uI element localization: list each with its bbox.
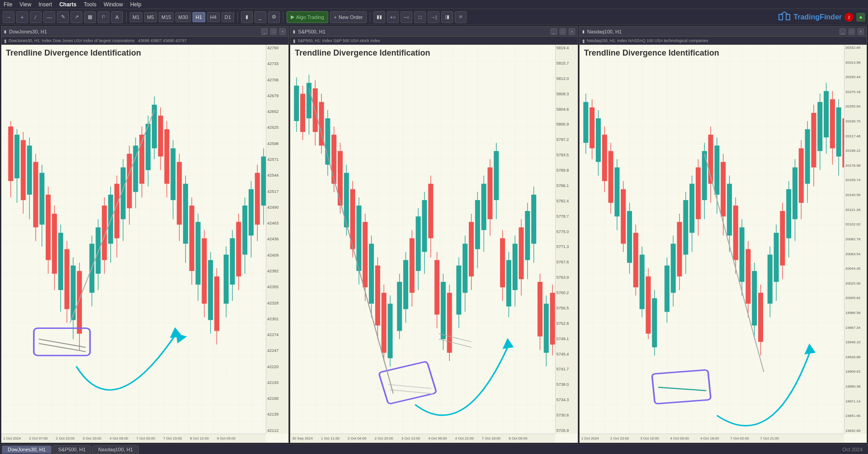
chart3-maximize-btn[interactable]: □: [849, 28, 855, 35]
tf-d1[interactable]: D1: [222, 12, 234, 22]
menu-tools[interactable]: Tools: [84, 1, 96, 8]
tool-pencil[interactable]: ✎: [57, 11, 69, 23]
svg-rect-206: [627, 211, 632, 263]
svg-rect-17: [39, 173, 44, 225]
tool-cursor[interactable]: →: [3, 11, 14, 23]
chart3-price-axis: 20332.66 20313.98 20295.44 20275.18 2025…: [844, 45, 867, 434]
svg-rect-88: [261, 156, 266, 206]
chart-props[interactable]: ⚙: [268, 11, 280, 23]
chart-candles-btn[interactable]: ▮▮: [373, 11, 385, 23]
svg-rect-126: [382, 293, 387, 353]
svg-rect-143: [429, 184, 434, 239]
svg-rect-169: [506, 260, 511, 307]
chart2-close-btn[interactable]: ×: [569, 28, 575, 35]
status-indicator: ●: [856, 13, 865, 22]
tool-crosshair[interactable]: +: [16, 11, 28, 23]
chart-type-candle[interactable]: ▮: [241, 11, 253, 23]
toolbar: → + ∕ — ✎ ↗ ▦ ⚐ A M1 M5 M15 M30 H1 H4 D1…: [0, 9, 868, 25]
svg-rect-7: [8, 126, 13, 181]
svg-rect-149: [447, 293, 452, 353]
svg-rect-84: [249, 189, 254, 236]
svg-rect-248: [758, 293, 763, 342]
algo-trading-btn[interactable]: ▶ Algo Trading: [287, 11, 328, 23]
tab-sp500[interactable]: S&P500, H1: [52, 445, 92, 454]
tool-channel[interactable]: ▦: [84, 11, 96, 23]
svg-rect-242: [739, 227, 744, 282]
tool-line[interactable]: ∕: [30, 11, 42, 23]
chart2-overlay-title: Trendline Divergence Identification: [295, 48, 430, 58]
chart1-maximize-btn[interactable]: □: [270, 28, 277, 35]
status-date: Oct 2024: [842, 447, 866, 452]
svg-rect-112: [338, 151, 343, 206]
svg-rect-175: [525, 211, 530, 260]
sep4: [370, 12, 370, 22]
period-sep-btn[interactable]: |▮: [441, 11, 453, 23]
svg-rect-133: [397, 282, 402, 331]
menu-help[interactable]: Help: [130, 1, 142, 8]
svg-rect-272: [836, 108, 841, 157]
bottom-tabs: DowJones30, H1 S&P500, H1 Nasdaq100, H1 …: [0, 444, 868, 454]
tf-m5[interactable]: M5: [144, 12, 157, 22]
chart3-minimize-btn[interactable]: _: [840, 28, 846, 35]
svg-rect-124: [375, 266, 380, 326]
svg-rect-165: [494, 151, 499, 200]
tab-dowjones[interactable]: DowJones30, H1: [2, 445, 52, 454]
chart2-icon: ▮: [293, 29, 295, 34]
tf-m30[interactable]: M30: [175, 12, 190, 22]
svg-rect-15: [33, 162, 38, 227]
svg-rect-268: [824, 91, 829, 138]
logo-text: TradingFinder: [793, 13, 842, 21]
menu-bar: File View Insert Charts Tools Window Hel…: [0, 0, 868, 9]
svg-rect-13: [27, 145, 32, 195]
svg-rect-78: [230, 238, 235, 285]
svg-rect-118: [357, 206, 362, 271]
tf-h1[interactable]: H1: [193, 12, 205, 22]
svg-rect-62: [177, 162, 182, 225]
tab-nasdaq[interactable]: Nasdaq100, H1: [92, 445, 138, 454]
zoom-out-btn[interactable]: −○: [401, 11, 412, 23]
chart2-body[interactable]: Trendline Divergence Identification: [290, 45, 577, 443]
svg-rect-102: [307, 83, 311, 118]
menu-window[interactable]: Window: [104, 1, 123, 8]
chart-type-bar[interactable]: ⎯: [255, 11, 266, 23]
logo-container: TradingFinder 2 ●: [778, 11, 865, 23]
grid-btn[interactable]: □: [414, 11, 426, 23]
tf-m15[interactable]: M15: [159, 12, 174, 22]
svg-rect-98: [294, 86, 299, 121]
tool-trendline[interactable]: ↗: [71, 11, 82, 23]
chart1-info-bar: ▮ DowJones30, H1: Index Dow Jones USA in…: [1, 37, 288, 45]
tool-pitchfork[interactable]: ⚐: [98, 11, 109, 23]
chart2-minimize-btn[interactable]: _: [551, 28, 557, 35]
chart2-svg: [290, 45, 577, 443]
chart2-maximize-btn[interactable]: □: [560, 28, 566, 35]
chart3-body[interactable]: Trendline Divergence Identification: [580, 45, 867, 443]
zoom-in-btn[interactable]: +○: [387, 11, 399, 23]
menu-view[interactable]: View: [19, 1, 31, 8]
new-order-btn[interactable]: + New Order: [330, 11, 367, 23]
svg-rect-224: [683, 200, 688, 255]
menu-charts[interactable]: Charts: [59, 1, 76, 8]
notification-badge[interactable]: 2: [844, 13, 854, 22]
svg-rect-161: [481, 184, 486, 230]
chart-window-nasdaq: ▮ Nasdaq100, H1 _ □ × ▮ Nasdaq100, H1: I…: [579, 26, 867, 443]
tool-text[interactable]: A: [111, 11, 123, 23]
tf-h4[interactable]: H4: [207, 12, 220, 22]
chart3-close-btn[interactable]: ×: [858, 28, 864, 35]
tf-m1[interactable]: M1: [130, 12, 142, 22]
chart1-minimize-btn[interactable]: _: [261, 28, 268, 35]
chart3-symbol-icon: ▮: [582, 38, 585, 43]
menu-insert[interactable]: Insert: [38, 1, 52, 8]
svg-rect-70: [202, 238, 207, 304]
svg-rect-250: [767, 255, 772, 304]
svg-rect-159: [475, 200, 480, 249]
menu-file[interactable]: File: [4, 1, 12, 8]
chart1-close-btn[interactable]: ×: [279, 28, 286, 35]
sep1: [126, 12, 127, 22]
indicators-btn[interactable]: ⚛: [455, 11, 467, 23]
tool-hline[interactable]: —: [43, 11, 55, 23]
autoscroll-btn[interactable]: →|: [428, 11, 439, 23]
svg-rect-3: [786, 14, 790, 20]
chart1-body[interactable]: Trendline Divergence Identification: [1, 45, 288, 443]
svg-rect-258: [793, 168, 797, 220]
chart1-price-axis: 42760 42733 42706 42679 42652 42625 4259…: [266, 45, 288, 434]
